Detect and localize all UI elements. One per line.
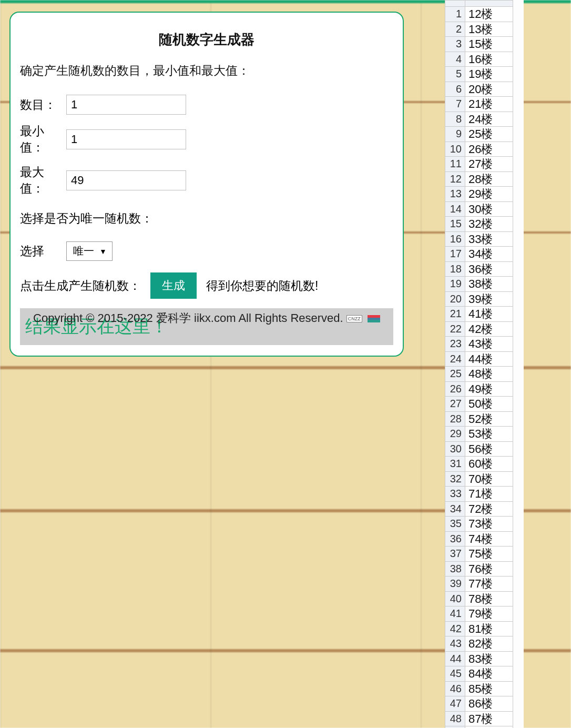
cell[interactable]: 56楼 xyxy=(465,441,513,457)
cell[interactable]: 53楼 xyxy=(465,427,513,442)
cell[interactable]: 42楼 xyxy=(465,321,513,337)
cell[interactable]: 34楼 xyxy=(465,247,513,262)
row-number[interactable]: 10 xyxy=(445,141,465,157)
cell[interactable]: 39楼 xyxy=(465,291,513,307)
cell[interactable]: 48楼 xyxy=(465,367,513,382)
row-number[interactable]: 24 xyxy=(445,351,465,367)
cell[interactable]: 30楼 xyxy=(465,201,513,217)
row-number[interactable]: 21 xyxy=(445,307,465,322)
row-number[interactable]: 13 xyxy=(445,187,465,202)
cell[interactable]: 25楼 xyxy=(465,127,513,142)
cell[interactable]: 15楼 xyxy=(465,37,513,52)
sheet-corner[interactable] xyxy=(445,1,465,7)
cell[interactable]: 41楼 xyxy=(465,307,513,322)
cell[interactable]: 76楼 xyxy=(465,561,513,577)
sheet-col-a[interactable] xyxy=(465,1,513,7)
row-number[interactable]: 40 xyxy=(445,591,465,606)
row-number[interactable]: 33 xyxy=(445,487,465,502)
row-number[interactable]: 47 xyxy=(445,696,465,712)
cell[interactable]: 38楼 xyxy=(465,277,513,292)
cell[interactable]: 13楼 xyxy=(465,22,513,37)
row-number[interactable]: 17 xyxy=(445,247,465,262)
cell[interactable]: 78楼 xyxy=(465,591,513,606)
row-number[interactable]: 1 xyxy=(445,7,465,22)
row-number[interactable]: 25 xyxy=(445,367,465,382)
cell[interactable]: 71楼 xyxy=(465,487,513,502)
row-number[interactable]: 34 xyxy=(445,501,465,517)
generate-button[interactable]: 生成 xyxy=(150,272,197,299)
row-number[interactable]: 36 xyxy=(445,531,465,547)
row-number[interactable]: 15 xyxy=(445,217,465,232)
row-number[interactable]: 45 xyxy=(445,666,465,682)
row-number[interactable]: 46 xyxy=(445,681,465,696)
cell[interactable]: 28楼 xyxy=(465,171,513,187)
row-number[interactable]: 22 xyxy=(445,321,465,337)
cell[interactable]: 75楼 xyxy=(465,547,513,562)
cell[interactable]: 49楼 xyxy=(465,381,513,397)
cell[interactable]: 27楼 xyxy=(465,157,513,172)
row-number[interactable]: 49 xyxy=(445,726,465,729)
cell[interactable]: 50楼 xyxy=(465,397,513,412)
row-number[interactable]: 37 xyxy=(445,547,465,562)
cell[interactable]: 86楼 xyxy=(465,696,513,712)
max-input[interactable] xyxy=(66,170,186,190)
row-number[interactable]: 43 xyxy=(445,636,465,652)
cell[interactable]: 26楼 xyxy=(465,141,513,157)
row-number[interactable]: 11 xyxy=(445,157,465,172)
flag-icon[interactable] xyxy=(368,315,380,322)
cell[interactable]: 70楼 xyxy=(465,471,513,487)
row-number[interactable]: 9 xyxy=(445,127,465,142)
row-number[interactable]: 4 xyxy=(445,52,465,67)
row-number[interactable]: 8 xyxy=(445,112,465,127)
cell[interactable]: 73楼 xyxy=(465,517,513,532)
min-input[interactable] xyxy=(66,129,186,149)
cell[interactable]: 36楼 xyxy=(465,261,513,277)
row-number[interactable]: 18 xyxy=(445,261,465,277)
row-number[interactable]: 6 xyxy=(445,82,465,97)
cell[interactable]: 81楼 xyxy=(465,621,513,636)
cell[interactable]: 33楼 xyxy=(465,231,513,247)
row-number[interactable]: 7 xyxy=(445,97,465,112)
row-number[interactable]: 5 xyxy=(445,67,465,82)
cell[interactable]: 52楼 xyxy=(465,411,513,427)
row-number[interactable]: 35 xyxy=(445,517,465,532)
cell[interactable]: 32楼 xyxy=(465,217,513,232)
row-number[interactable]: 14 xyxy=(445,201,465,217)
cell[interactable]: 84楼 xyxy=(465,666,513,682)
cell[interactable]: 19楼 xyxy=(465,67,513,82)
row-number[interactable]: 16 xyxy=(445,231,465,247)
row-number[interactable]: 12 xyxy=(445,171,465,187)
row-number[interactable]: 20 xyxy=(445,291,465,307)
row-number[interactable]: 39 xyxy=(445,577,465,592)
row-number[interactable]: 29 xyxy=(445,427,465,442)
cell[interactable]: 88楼 xyxy=(465,726,513,729)
count-input[interactable] xyxy=(66,95,186,115)
cell[interactable]: 44楼 xyxy=(465,351,513,367)
row-number[interactable]: 41 xyxy=(445,606,465,622)
cell[interactable]: 20楼 xyxy=(465,82,513,97)
cell[interactable]: 21楼 xyxy=(465,97,513,112)
row-number[interactable]: 30 xyxy=(445,441,465,457)
cell[interactable]: 12楼 xyxy=(465,7,513,22)
row-number[interactable]: 44 xyxy=(445,651,465,666)
cell[interactable]: 74楼 xyxy=(465,531,513,547)
row-number[interactable]: 32 xyxy=(445,471,465,487)
cell[interactable]: 72楼 xyxy=(465,501,513,517)
cell[interactable]: 16楼 xyxy=(465,52,513,67)
cell[interactable]: 85楼 xyxy=(465,681,513,696)
row-number[interactable]: 3 xyxy=(445,37,465,52)
row-number[interactable]: 2 xyxy=(445,22,465,37)
row-number[interactable]: 31 xyxy=(445,457,465,472)
cell[interactable]: 82楼 xyxy=(465,636,513,652)
row-number[interactable]: 42 xyxy=(445,621,465,636)
cell[interactable]: 43楼 xyxy=(465,337,513,352)
row-number[interactable]: 27 xyxy=(445,397,465,412)
cell[interactable]: 24楼 xyxy=(465,112,513,127)
cell[interactable]: 29楼 xyxy=(465,187,513,202)
cell[interactable]: 87楼 xyxy=(465,711,513,726)
sheet-next-column[interactable] xyxy=(512,0,524,728)
row-number[interactable]: 26 xyxy=(445,381,465,397)
analytics-badge[interactable]: CNZZ xyxy=(346,315,362,322)
cell[interactable]: 83楼 xyxy=(465,651,513,666)
row-number[interactable]: 48 xyxy=(445,711,465,726)
